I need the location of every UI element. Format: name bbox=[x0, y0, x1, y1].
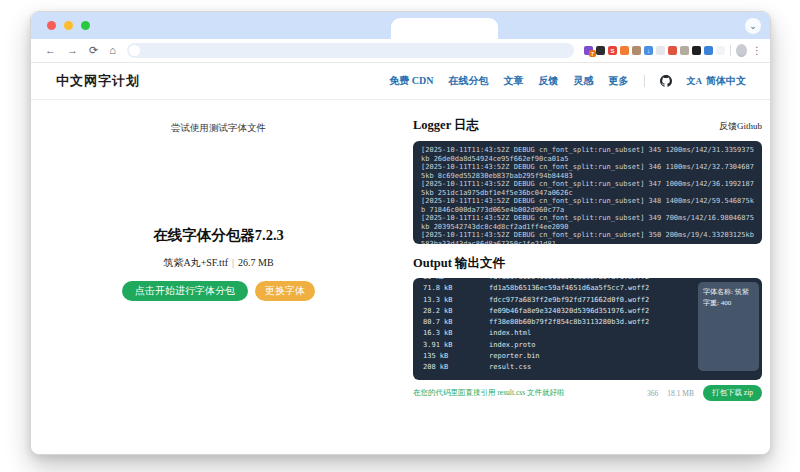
extension-puzzle-icon[interactable]: 7 bbox=[584, 46, 593, 55]
file-size: 28.2 kB bbox=[423, 306, 489, 317]
extension-fox-icon[interactable] bbox=[668, 46, 677, 55]
usage-tip: 在您的代码里面直接引用 result.css 文件就好啦 bbox=[413, 388, 564, 398]
browser-menu-button[interactable]: ⋮ bbox=[752, 45, 762, 56]
extension-dark-icon[interactable] bbox=[596, 46, 605, 55]
extension-glyph: ↓ bbox=[647, 48, 650, 54]
extension-brown-icon[interactable] bbox=[632, 46, 641, 55]
file-count: 366 bbox=[647, 389, 658, 398]
toolbar-divider bbox=[730, 45, 731, 56]
results-panel: Logger 日志 反馈Github [2025-10-11T11:43:52Z… bbox=[406, 100, 770, 455]
subsetter-panel: 尝试使用测试字体文件 在线字体分包器7.2.3 筑紫A丸+SF.ttf|26.7… bbox=[31, 100, 406, 455]
site-header: 中文网字计划 免费 CDN在线分包文章反馈灵感更多 文A 简体中文 bbox=[31, 62, 770, 100]
nav-divider bbox=[644, 75, 645, 87]
output-file-panel[interactable]: 69 kB fdfa557d02b499b05a9723acbfa6fa7d.w… bbox=[413, 278, 762, 380]
download-zip-button[interactable]: 打包下载 zip bbox=[703, 385, 762, 401]
back-button[interactable]: ← bbox=[45, 45, 56, 56]
nav-link[interactable]: 免费 CDN bbox=[389, 74, 433, 88]
separator: | bbox=[232, 257, 234, 268]
nav-link[interactable]: 在线分包 bbox=[449, 74, 489, 88]
extension-glyph: S bbox=[610, 48, 614, 54]
extension-badge: 7 bbox=[589, 50, 596, 57]
font-file-size: 26.7 MB bbox=[238, 257, 274, 268]
close-button[interactable] bbox=[47, 21, 56, 30]
app-title: 在线字体分包器7.2.3 bbox=[31, 226, 406, 245]
traffic-lights bbox=[47, 21, 90, 30]
extension-download-icon[interactable]: ↓ bbox=[644, 46, 653, 55]
file-size: 80.7 kB bbox=[423, 317, 489, 328]
feedback-github-link[interactable]: 反馈Github bbox=[719, 120, 762, 133]
log-line: [2025-10-11T11:43:52Z DEBUG cn_font_spli… bbox=[421, 231, 754, 244]
browser-tab[interactable] bbox=[391, 18, 498, 39]
language-label[interactable]: 简体中文 bbox=[706, 74, 746, 88]
nav-link[interactable]: 更多 bbox=[609, 74, 629, 88]
output-footer: 在您的代码里面直接引用 result.css 文件就好啦 366 18.1 MB… bbox=[413, 385, 762, 401]
action-buttons: 点击开始进行字体分包 更换字体 bbox=[31, 281, 406, 301]
profile-avatar[interactable] bbox=[736, 44, 747, 57]
extension-black-icon[interactable] bbox=[692, 46, 701, 55]
home-button[interactable]: ⌂ bbox=[109, 45, 116, 56]
site-nav: 免费 CDN在线分包文章反馈灵感更多 文A 简体中文 bbox=[389, 74, 746, 88]
reload-button[interactable]: ⟳ bbox=[89, 45, 98, 56]
main-content: 尝试使用测试字体文件 在线字体分包器7.2.3 筑紫A丸+SF.ttf|26.7… bbox=[31, 100, 770, 455]
font-info-line: 字体名称: 筑紫 bbox=[703, 287, 754, 298]
logger-title: Logger 日志 bbox=[413, 117, 479, 134]
github-icon[interactable] bbox=[660, 75, 672, 87]
output-title: Output 输出文件 bbox=[413, 255, 505, 272]
log-line: [2025-10-11T11:43:52Z DEBUG cn_font_spli… bbox=[421, 214, 754, 231]
nav-links: 免费 CDN在线分包文章反馈灵感更多 bbox=[389, 74, 628, 88]
extension-clipboard-icon[interactable] bbox=[716, 46, 725, 55]
output-stats: 366 18.1 MB bbox=[647, 389, 694, 398]
try-test-font-link[interactable]: 尝试使用测试字体文件 bbox=[31, 122, 406, 135]
change-font-button[interactable]: 更换字体 bbox=[255, 281, 315, 301]
browser-toolbar: ← → ⟳ ⌂ 7 S bbox=[31, 39, 770, 62]
extension-light-icon[interactable] bbox=[656, 46, 665, 55]
nav-link[interactable]: 反馈 bbox=[539, 74, 559, 88]
file-size: 135 kB bbox=[423, 351, 489, 362]
language-switcher[interactable]: 文A 简体中文 bbox=[687, 74, 747, 88]
file-size: 3.91 kB bbox=[423, 340, 489, 351]
extension-gray-icon[interactable] bbox=[680, 46, 689, 55]
extensions-area: 7 S ↓ bbox=[584, 46, 725, 55]
fullscreen-button[interactable] bbox=[81, 21, 90, 30]
log-console[interactable]: [2025-10-11T11:43:52Z DEBUG cn_font_spli… bbox=[413, 141, 762, 244]
file-size: 13.3 kB bbox=[423, 295, 489, 306]
file-size: 71.8 kB bbox=[423, 283, 489, 294]
nav-link[interactable]: 灵感 bbox=[574, 74, 594, 88]
chevron-down-icon: ⌄ bbox=[749, 21, 757, 31]
log-line: [2025-10-11T11:43:52Z DEBUG cn_font_spli… bbox=[421, 197, 754, 214]
font-file-name: 筑紫A丸+SF.ttf bbox=[163, 257, 228, 268]
extension-blue-ring-icon[interactable] bbox=[704, 46, 713, 55]
translate-icon: 文A bbox=[687, 75, 703, 88]
font-info-line: 字重: 400 bbox=[703, 298, 754, 309]
total-size: 18.1 MB bbox=[667, 389, 694, 398]
log-line: [2025-10-11T11:43:52Z DEBUG cn_font_spli… bbox=[421, 180, 754, 197]
log-line: [2025-10-11T11:43:52Z DEBUG cn_font_spli… bbox=[421, 163, 754, 180]
url-bar[interactable] bbox=[127, 43, 574, 58]
file-size: 208 kB bbox=[423, 362, 489, 373]
tab-strip: ⌄ bbox=[31, 12, 770, 39]
site-title: 中文网字计划 bbox=[56, 72, 140, 90]
tab-list-button[interactable]: ⌄ bbox=[745, 18, 761, 34]
extension-orange-icon[interactable] bbox=[620, 46, 629, 55]
file-size: 16.3 kB bbox=[423, 328, 489, 339]
favicon-placeholder-icon bbox=[129, 45, 140, 56]
log-line: [2025-10-11T11:43:52Z DEBUG cn_font_spli… bbox=[421, 146, 754, 163]
nav-link[interactable]: 文章 bbox=[504, 74, 524, 88]
extension-s-icon[interactable]: S bbox=[608, 46, 617, 55]
browser-window: ⌄ ← → ⟳ ⌂ 7 S bbox=[30, 11, 771, 455]
minimize-button[interactable] bbox=[64, 21, 73, 30]
font-info-box: 字体名称: 筑紫字重: 400 bbox=[698, 282, 759, 371]
forward-button[interactable]: → bbox=[67, 45, 78, 56]
selected-font-info: 筑紫A丸+SF.ttf|26.7 MB bbox=[31, 256, 406, 270]
start-subsetting-button[interactable]: 点击开始进行字体分包 bbox=[122, 281, 248, 301]
